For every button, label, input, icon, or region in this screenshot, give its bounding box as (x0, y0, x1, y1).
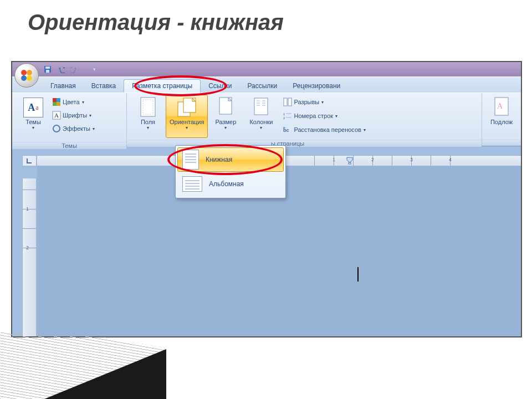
undo-icon (57, 65, 65, 73)
svg-rect-19 (254, 98, 268, 115)
group-page-background: A Подлож (482, 93, 521, 146)
ribbon: Aa Темы ▾ Цвета▾ A Шрифты▾ (12, 93, 521, 146)
columns-button[interactable]: Колонки▾ (243, 95, 279, 138)
theme-colors-label: Цвета (63, 99, 80, 105)
group-page-setup: Поля▾ Ориентация▾ Размер▾ (127, 93, 482, 146)
svg-rect-36 (349, 162, 351, 164)
text-cursor (357, 267, 359, 282)
svg-point-13 (53, 125, 60, 132)
window-titlebar: ▾ (12, 62, 521, 76)
hyphenation-button[interactable]: bca- Расстановка переносов▾ (283, 124, 365, 136)
orientation-label: Ориентация (170, 119, 204, 125)
breaks-icon (283, 98, 292, 106)
ribbon-tabs: Главная Вставка Разметка страницы Ссылки… (12, 76, 521, 93)
orientation-icon (176, 96, 198, 117)
margins-icon (139, 96, 157, 117)
watermark-label: Подлож (490, 119, 513, 125)
margins-button[interactable]: Поля▾ (130, 95, 166, 138)
group-themes-label: Темы (12, 142, 126, 149)
orientation-portrait-item[interactable]: Книжная (177, 147, 284, 172)
chevron-down-icon: ▾ (32, 125, 34, 130)
size-icon (217, 96, 234, 117)
ruler-tick-1: 1 (332, 157, 335, 162)
orientation-portrait-label: Книжная (206, 156, 232, 163)
svg-text:a-: a- (283, 126, 286, 129)
themes-button[interactable]: Aa Темы ▾ (18, 96, 49, 139)
svg-rect-10 (57, 102, 60, 106)
size-label: Размер (216, 119, 237, 125)
theme-colors-button[interactable]: Цвета▾ (52, 96, 95, 108)
size-button[interactable]: Размер▾ (208, 95, 243, 138)
columns-label: Колонки (249, 119, 273, 125)
svg-text:A: A (54, 112, 59, 119)
themes-button-label: Темы (25, 119, 41, 125)
ruler-tick-2: 2 (371, 157, 374, 162)
tab-review[interactable]: Рецензировани (285, 80, 348, 93)
qat-redo-button[interactable] (69, 64, 79, 74)
qat-customize-button[interactable]: ▾ (89, 64, 99, 74)
tab-stop-icon (26, 157, 33, 164)
breaks-label: Разрывы (294, 99, 319, 105)
theme-effects-button[interactable]: Эффекты▾ (52, 122, 95, 135)
margins-label: Поля (141, 119, 155, 125)
themes-icon: Aa (23, 98, 43, 117)
svg-rect-6 (46, 70, 49, 73)
portrait-page-icon (182, 150, 199, 170)
ruler-tick-3: 3 (410, 157, 413, 162)
vertical-ruler[interactable]: 1 2 (22, 178, 37, 336)
qat-save-button[interactable] (43, 64, 53, 74)
group-themes: Aa Темы ▾ Цвета▾ A Шрифты▾ (12, 93, 127, 146)
svg-rect-5 (45, 66, 50, 69)
office-logo-icon (19, 68, 34, 83)
line-numbers-icon: 12 (283, 111, 292, 120)
orientation-button[interactable]: Ориентация▾ (166, 95, 208, 138)
qat-undo-button[interactable] (56, 64, 66, 74)
margin-indicator-icon[interactable] (346, 157, 353, 165)
fonts-icon: A (52, 111, 61, 120)
office-button[interactable] (14, 63, 39, 88)
theme-fonts-label: Шрифты (63, 112, 87, 119)
svg-rect-8 (57, 98, 60, 102)
svg-point-2 (21, 75, 27, 81)
colors-icon (52, 98, 61, 106)
word-screenshot: ▾ Главная Вставка Разметка страницы Ссыл… (11, 61, 522, 337)
vruler-tick-2: 2 (26, 245, 29, 250)
svg-rect-7 (53, 98, 57, 102)
tab-page-layout[interactable]: Разметка страницы (124, 79, 201, 93)
tab-home[interactable]: Главная (43, 80, 84, 93)
theme-fonts-button[interactable]: A Шрифты▾ (52, 109, 95, 121)
svg-rect-9 (53, 102, 57, 106)
svg-rect-14 (141, 98, 155, 116)
line-numbers-button[interactable]: 12 Номера строк▾ (283, 110, 365, 122)
tab-mailings[interactable]: Рассылки (239, 80, 285, 93)
landscape-page-icon (182, 176, 202, 192)
svg-point-3 (27, 75, 32, 81)
hyphenation-icon: bca- (283, 125, 292, 134)
redo-icon (70, 65, 78, 73)
watermark-icon: A (493, 96, 510, 117)
ruler-tab-selector[interactable] (22, 155, 37, 166)
svg-point-0 (21, 70, 27, 75)
orientation-landscape-item[interactable]: Альбомная (177, 172, 284, 196)
svg-text:A: A (497, 102, 503, 110)
svg-text:2: 2 (283, 116, 285, 120)
orientation-dropdown: Книжная Альбомная (175, 145, 286, 198)
slide-title: Ориентация - книжная (28, 10, 284, 35)
line-numbers-label: Номера строк (294, 112, 333, 119)
vruler-tick-1: 1 (26, 206, 29, 212)
svg-rect-26 (284, 98, 287, 106)
watermark-button[interactable]: A Подлож (484, 95, 519, 138)
hyphenation-label: Расстановка переносов (294, 126, 361, 133)
breaks-button[interactable]: Разрывы▾ (283, 96, 365, 108)
tab-references[interactable]: Ссылки (201, 80, 239, 93)
svg-text:1: 1 (283, 112, 285, 116)
svg-rect-27 (288, 98, 291, 106)
ruler-tick-4: 4 (449, 157, 452, 162)
tab-insert[interactable]: Вставка (84, 80, 124, 93)
save-icon (44, 65, 52, 73)
group-page-background-label (482, 140, 521, 146)
slide-decorative-wedge (0, 332, 166, 399)
quick-access-toolbar: ▾ (43, 64, 99, 74)
effects-icon (52, 124, 61, 133)
columns-icon (252, 96, 270, 117)
